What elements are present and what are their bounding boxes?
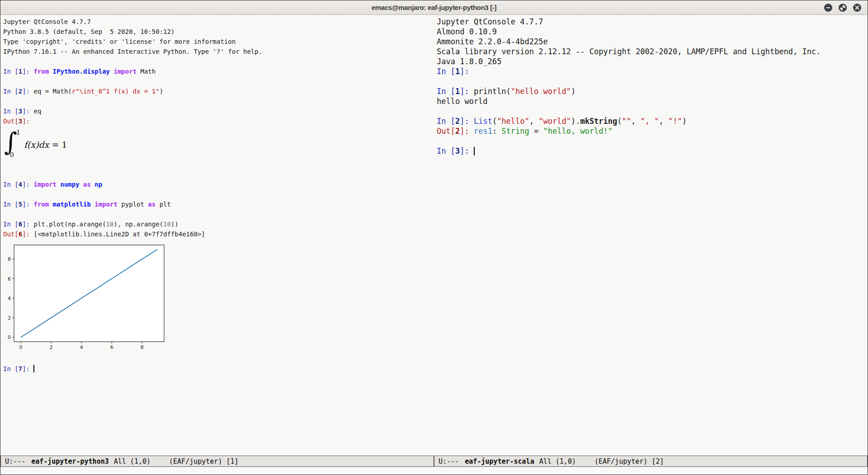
console-token: "" [622,117,631,126]
console-token: 3 [19,108,22,115]
console-token: String [501,127,529,136]
titlebar[interactable]: emacs@manjaro: eaf-jupyter-python3 [-] [0,0,868,15]
console-token: ) [160,88,163,95]
buffer-name: eaf-jupyter-scala [465,457,534,466]
scala-console[interactable]: Jupyter QtConsole 4.7.7Almond 0.10.9Ammo… [437,17,868,156]
console-token: 3 [455,146,460,155]
console-token: 6 [19,221,22,228]
console-token [80,181,83,188]
console-line [3,209,434,219]
console-token: Almond 0.10.9 [437,27,497,36]
console-token: hello world [437,97,488,106]
console-token [49,201,52,208]
console-token: Math [137,68,156,75]
console-token: "world" [538,117,571,126]
major-mode: (EAF/jupyter) [1] [169,457,239,466]
maximize-button[interactable] [839,4,847,12]
console-token: "hello world" [511,87,571,96]
console-line: Almond 0.10.9 [437,27,868,37]
console-line: Out[6]: [<matplotlib.lines.Line2D at 0×7… [3,229,434,239]
console-token: In [ [3,365,19,372]
console-token: 6 [19,230,22,238]
console-token: ]: [460,67,469,76]
close-button[interactable] [853,4,861,12]
console-token: 3 [19,118,22,125]
minimize-button[interactable] [824,4,832,12]
console-token: ]: [22,108,33,115]
modeline-state: U:--- [439,457,459,466]
console-token: List [474,117,492,126]
console-token: matplotlib [53,201,91,208]
integral-upper-limit: 1 [16,129,20,136]
console-token: 10 [163,221,171,228]
console-token: : [492,127,501,136]
svg-text:4: 4 [8,296,11,301]
console-line: Jupyter QtConsole 4.7.7 [437,17,868,27]
console-token: Out[ [3,118,19,125]
console-line [3,56,434,66]
modeline-scala[interactable]: U:--- eaf-jupyter-scala All (1,0) (EAF/j… [434,456,868,467]
console-line: Out[3]: [3,116,434,126]
text-cursor [33,365,34,372]
console-token: ]: [460,146,474,155]
console-token: ]: [22,201,33,208]
pane-scala: Jupyter QtConsole 4.7.7Almond 0.10.9Ammo… [434,15,868,456]
console-token: ( [617,117,622,126]
console-token: In [ [437,146,455,155]
console-line: Ammonite 2.2.0-4-4bd225e [437,37,868,47]
console-line: In [2]: eq = Math(r"\int_0^1 f(x) dx = 1… [3,86,434,96]
console-token: Jupyter QtConsole 4.7.7 [437,17,543,26]
console-token: 2 [455,127,460,136]
emacs-frame-body: Jupyter QtConsole 4.7.7Python 3.8.5 (def… [0,15,868,456]
console-token: 1 [455,87,460,96]
maximize-icon [839,4,847,12]
console-token: Python 3.8.5 (default, Sep 5 2020, 10:50… [3,28,175,35]
svg-text:0: 0 [19,344,23,350]
svg-text:2: 2 [8,315,11,321]
console-token: )) [171,221,179,228]
console-token: ]: [22,88,33,95]
console-token: Jupyter QtConsole 4.7.7 [3,18,91,25]
svg-text:4: 4 [80,344,83,350]
modeline-python[interactable]: U:--- eaf-jupyter-python3 All (1,0) (EAF… [0,456,434,467]
console-line: Type 'copyright', 'credits' or 'license'… [3,37,434,47]
console-line [437,136,868,146]
console-token: In [ [3,108,19,115]
svg-text:2: 2 [50,344,53,350]
window-controls [824,0,861,15]
console-token: plt [156,201,171,208]
integral-lower-limit: 0 [10,151,14,159]
console-token: ]: [22,230,33,238]
console-token: pyplot [118,201,148,208]
python-console[interactable]: Jupyter QtConsole 4.7.7Python 3.8.5 (def… [3,17,434,374]
console-token: In [ [3,201,19,208]
echo-area[interactable] [0,467,868,475]
console-token: IPython.display [53,68,110,75]
svg-text:0: 0 [8,334,11,340]
console-token: ", " [641,117,659,126]
console-token: from [33,68,49,75]
svg-text:8: 8 [141,344,144,350]
console-token: from [33,201,49,208]
minimize-icon [824,4,832,12]
console-line: In [1]: println("hello world") [437,86,868,96]
console-token: eq = Math( [33,88,71,95]
console-token: as [148,201,156,208]
console-token [49,68,52,75]
console-token: 2 [455,117,460,126]
console-token: r"\int_0^1 f(x) dx = 1" [72,88,160,95]
console-token: import [113,68,137,75]
window-title: emacs@manjaro: eaf-jupyter-python3 [-] [372,4,497,11]
console-token: ). [571,117,580,126]
console-token: ]: [22,68,33,75]
console-line: hello world [437,96,868,106]
console-token: In [ [437,117,455,126]
console-token: ]: [22,221,33,228]
console-line: In [1]: from IPython.display import Math [3,66,434,76]
console-line: In [2]: List("hello", "world").mkString(… [437,116,868,126]
console-line: IPython 7.16.1 -- An enhanced Interactiv… [3,47,434,56]
console-token: "!" [668,117,682,126]
console-token: 7 [19,365,22,372]
console-line [3,76,434,86]
console-token: ), np.arange( [113,221,163,228]
